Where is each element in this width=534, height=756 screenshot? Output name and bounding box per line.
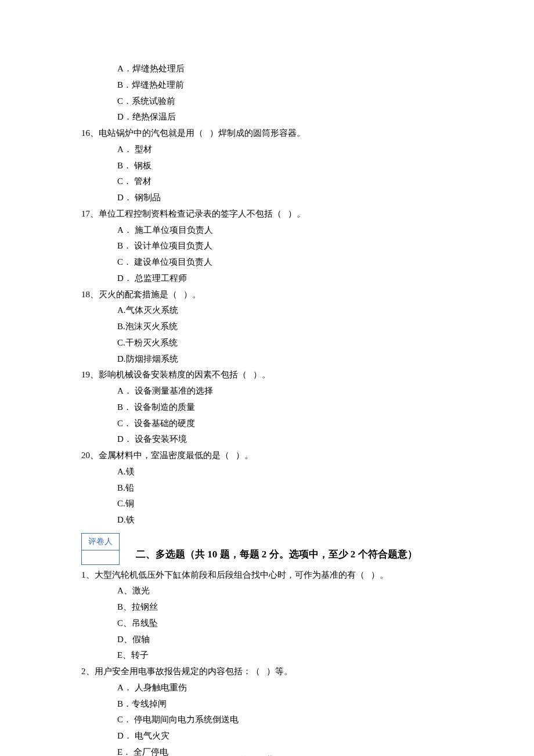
m2-stem: 2、用户安全用电事故报告规定的内容包括：（ ）等。 [81, 664, 453, 680]
q19-option-c: C． 设备基础的硬度 [81, 416, 453, 432]
q17-option-a: A． 施工单位项目负责人 [81, 222, 453, 239]
m1-option-d: D、假轴 [81, 632, 453, 648]
q15-option-b: B．焊缝热处理前 [81, 77, 453, 93]
q16-option-d: D． 钢制品 [81, 190, 453, 206]
q17-option-b: B． 设计单位项目负责人 [81, 238, 453, 254]
q15-option-c: C．系统试验前 [81, 93, 453, 110]
section-2-header: 评卷人 二、多选题（共 10 题，每题 2 分。选项中，至少 2 个符合题意） [81, 533, 453, 565]
q18-option-a: A.气体灭火系统 [81, 303, 453, 319]
q16-stem: 16、电站锅炉中的汽包就是用（ ）焊制成的圆筒形容器。 [81, 125, 453, 142]
q17-option-d: D． 总监理工程师 [81, 271, 453, 287]
m2-option-b: B．专线掉闸 [81, 696, 453, 712]
q15-option-d: D．绝热保温后 [81, 109, 453, 125]
q18-option-b: B.泡沫灭火系统 [81, 319, 453, 335]
m1-option-b: B、拉钢丝 [81, 599, 453, 615]
grader-label-cell: 评卷人 [82, 533, 120, 550]
q18-stem: 18、灭火的配套措施是（ ）。 [81, 287, 453, 303]
m2-option-d: D． 电气火灾 [81, 728, 453, 744]
q19-stem: 19、影响机械设备安装精度的因素不包括（ ）。 [81, 367, 453, 383]
grader-box: 评卷人 [81, 533, 120, 565]
m1-stem: 1、大型汽轮机低压外下缸体前段和后段组合找中心时，可作为基准的有（ ）。 [81, 567, 453, 584]
q19-option-b: B． 设备制造的质量 [81, 399, 453, 416]
m1-option-c: C、吊线坠 [81, 615, 453, 632]
m2-option-a: A． 人身触电重伤 [81, 680, 453, 696]
q17-option-c: C． 建设单位项目负责人 [81, 254, 453, 271]
q16-option-b: B． 钢板 [81, 158, 453, 174]
m2-option-c: C． 停电期间向电力系统倒送电 [81, 712, 453, 728]
q19-option-a: A． 设备测量基准的选择 [81, 383, 453, 399]
section-2-title: 二、多选题（共 10 题，每题 2 分。选项中，至少 2 个符合题意） [136, 545, 417, 564]
q20-option-a: A.镁 [81, 464, 453, 480]
q19-option-d: D． 设备安装环境 [81, 431, 453, 448]
m1-option-a: A、激光 [81, 583, 453, 599]
q16-option-a: A． 型材 [81, 142, 453, 158]
q20-stem: 20、金属材料中，室温密度最低的是（ ）。 [81, 448, 453, 464]
q20-option-c: C.铜 [81, 496, 453, 512]
q20-option-b: B.铅 [81, 480, 453, 496]
q18-option-c: C.干粉灭火系统 [81, 335, 453, 351]
q20-option-d: D.铁 [81, 512, 453, 528]
q17-stem: 17、单位工程控制资料检查记录表的签字人不包括（ ）。 [81, 206, 453, 222]
page-footer: 第 3 页 共 10 页 [0, 753, 534, 756]
q15-option-a: A．焊缝热处理后 [81, 61, 453, 77]
q18-option-d: D.防烟排烟系统 [81, 351, 453, 368]
m1-option-e: E、转子 [81, 647, 453, 664]
q16-option-c: C． 管材 [81, 174, 453, 190]
grader-empty-cell [82, 550, 120, 564]
